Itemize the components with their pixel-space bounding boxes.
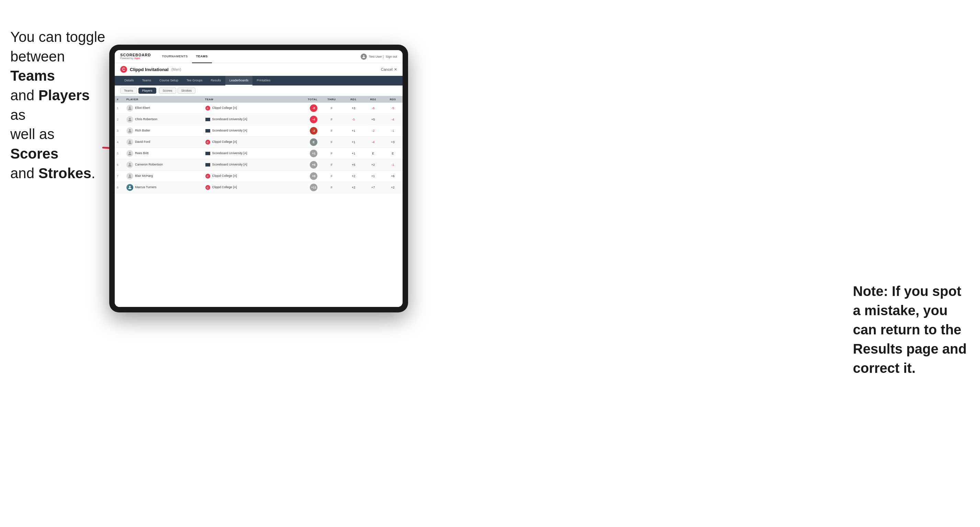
table-header-row: # PLAYER TEAM TOTAL THRU RD1 RD2 RD3	[115, 96, 402, 103]
cancel-button[interactable]: Cancel ✕	[381, 67, 397, 72]
svg-point-9	[129, 186, 131, 187]
logo-subtitle: Powered by clippd	[120, 57, 151, 60]
nav-tournaments[interactable]: TOURNAMENTS	[158, 50, 192, 63]
cell-total: -8	[293, 103, 320, 114]
player-avatar	[126, 150, 133, 157]
scoreboard-logo: SCOREBOARD Powered by clippd	[120, 53, 151, 60]
tournament-gender: (Men)	[172, 67, 181, 71]
cell-total: -2	[293, 125, 320, 137]
col-player: PLAYER	[124, 96, 203, 103]
player-avatar	[126, 127, 133, 134]
col-total: TOTAL	[293, 96, 320, 103]
toggle-players-button[interactable]: Players	[138, 87, 156, 94]
cell-thru: F	[320, 114, 344, 125]
cell-rd1: +5	[344, 159, 363, 171]
cell-rd3: -1	[383, 159, 402, 171]
cell-rd3: E	[383, 148, 402, 159]
cell-thru: F	[320, 159, 344, 171]
tournament-name: Clippd Invitational	[130, 67, 169, 72]
team-logo: C	[205, 185, 210, 190]
cell-thru: F	[320, 125, 344, 137]
player-avatar	[126, 161, 133, 168]
cell-thru: F	[320, 182, 344, 193]
player-avatar	[126, 116, 133, 123]
user-name: Test User |	[369, 55, 384, 58]
cell-rd1: +1	[344, 137, 363, 148]
table-row: 5Rees BrittScoreboard University [A]+1F+…	[115, 148, 402, 159]
cell-rank: 4	[115, 137, 124, 148]
cell-rd1: +1	[344, 125, 363, 137]
tablet-screen: SCOREBOARD Powered by clippd TOURNAMENTS…	[115, 50, 402, 307]
cell-rank: 3	[115, 125, 124, 137]
toggle-strokes-button[interactable]: Strokes	[178, 87, 196, 94]
cell-rd3: -4	[383, 114, 402, 125]
cell-rd2: -2	[363, 125, 383, 137]
toggle-teams-button[interactable]: Teams	[120, 87, 137, 94]
cell-team: Scoreboard University [A]	[203, 148, 293, 159]
cell-rd3: -1	[383, 125, 402, 137]
tournament-logo: C	[120, 66, 127, 73]
cell-thru: F	[320, 103, 344, 114]
cancel-icon: ✕	[394, 67, 397, 72]
cell-team: CClippd College [A]	[203, 182, 293, 193]
team-logo	[205, 162, 210, 168]
cell-total: +11	[293, 182, 320, 193]
header-right: Test User | Sign out	[361, 54, 397, 60]
cell-team: CClippd College [A]	[203, 103, 293, 114]
tab-teams[interactable]: Teams	[138, 76, 156, 86]
leaderboard-table: # PLAYER TEAM TOTAL THRU RD1 RD2 RD3 1El…	[115, 96, 402, 307]
cell-player: Chris Robertson	[124, 114, 203, 125]
tab-tee-groups[interactable]: Tee Groups	[182, 76, 207, 86]
col-thru: THRU	[320, 96, 344, 103]
player-avatar	[126, 139, 133, 146]
tab-results[interactable]: Results	[207, 76, 225, 86]
right-annotation: Note: If you spot a mistake, you can ret…	[853, 281, 970, 378]
tab-details[interactable]: Details	[120, 76, 138, 86]
cell-total: -4	[293, 114, 320, 125]
cell-rd2: +5	[363, 114, 383, 125]
tournament-title-row: C Clippd Invitational (Men)	[120, 66, 181, 73]
svg-point-4	[129, 129, 131, 131]
cell-rd2: +7	[363, 182, 383, 193]
nav-teams[interactable]: TEAMS	[192, 50, 212, 63]
cell-team: CClippd College [A]	[203, 171, 293, 182]
team-logo	[205, 128, 210, 133]
cell-rd1: +2	[344, 171, 363, 182]
left-annotation: You can togglebetween Teamsand Players a…	[10, 27, 107, 183]
cell-rank: 2	[115, 114, 124, 125]
cell-rd2: -4	[363, 137, 383, 148]
cell-player: Rich Butler	[124, 125, 203, 137]
col-rd1: RD1	[344, 96, 363, 103]
table-row: 1Elliot EbertCClippd College [A]-8F+3-6-…	[115, 103, 402, 114]
cell-rd2: E	[363, 148, 383, 159]
cell-team: Scoreboard University [A]	[203, 114, 293, 125]
cell-team: CClippd College [A]	[203, 137, 293, 148]
sign-out-link[interactable]: Sign out	[386, 55, 397, 58]
col-team: TEAM	[203, 96, 293, 103]
cell-player: Elliot Ebert	[124, 103, 203, 114]
toggle-scores-button[interactable]: Scores	[159, 87, 176, 94]
col-rank: #	[115, 96, 124, 103]
cell-player: David Ford	[124, 137, 203, 148]
svg-point-3	[129, 118, 131, 119]
tab-leaderboards[interactable]: Leaderboards	[225, 76, 253, 86]
table-row: 8Marcus TurnersCClippd College [A]+11F+2…	[115, 182, 402, 193]
cell-rd2: -6	[363, 103, 383, 114]
cell-total: +6	[293, 159, 320, 171]
tab-course-setup[interactable]: Course Setup	[155, 76, 182, 86]
toggle-bar: Teams Players Scores Strokes	[115, 86, 402, 96]
col-rd2: RD2	[363, 96, 383, 103]
team-logo: C	[205, 173, 210, 179]
cell-total: E	[293, 137, 320, 148]
user-icon	[361, 54, 367, 60]
cell-rd1: +3	[344, 103, 363, 114]
svg-point-7	[129, 163, 131, 165]
cell-team: Scoreboard University [A]	[203, 125, 293, 137]
player-avatar	[126, 173, 133, 179]
cell-rd2: +2	[363, 159, 383, 171]
cell-total: +8	[293, 171, 320, 182]
cell-rd3: +6	[383, 171, 402, 182]
team-logo	[205, 117, 210, 122]
tab-printables[interactable]: Printables	[253, 76, 274, 86]
cell-thru: F	[320, 137, 344, 148]
